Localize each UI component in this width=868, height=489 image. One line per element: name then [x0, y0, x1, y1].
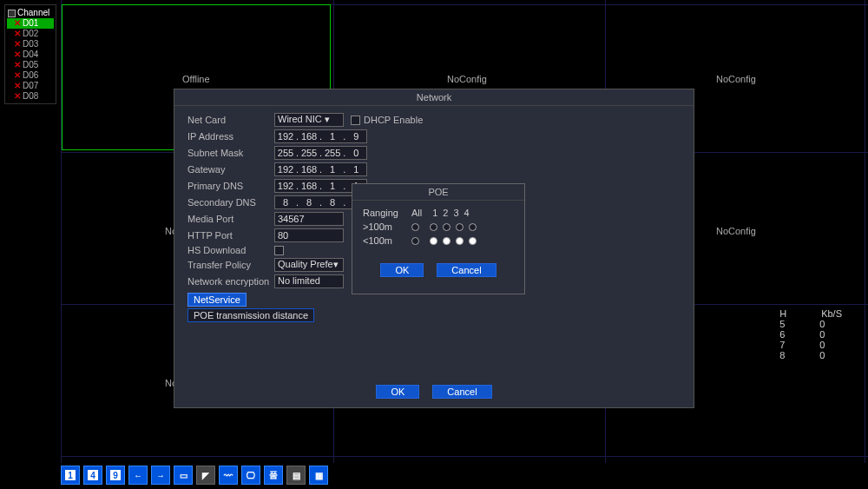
sidebar-header: Channel [7, 7, 54, 18]
ptz-button[interactable]: ◤ [196, 466, 215, 485]
prev-button[interactable]: ← [128, 466, 148, 485]
view-4-button[interactable]: 4 [83, 466, 102, 485]
network-ok-button[interactable]: OK [376, 385, 419, 399]
disk-button[interactable]: ▤ [286, 466, 306, 485]
label-netenc: Network encryption [187, 276, 274, 287]
label-ip: IP Address [187, 131, 274, 142]
taskbar: 1 4 9 ← → ▭ ◤ 〰 🖵 품 ▤ ▦ [61, 465, 328, 486]
dhcp-checkbox[interactable] [351, 116, 360, 125]
channel-item-d07[interactable]: ✕D07 [7, 81, 54, 91]
radio-lt100-all[interactable] [411, 237, 419, 245]
x-icon: ✕ [14, 91, 21, 102]
poe-title: POE [352, 184, 524, 201]
x-icon: ✕ [14, 18, 21, 29]
http-port-input[interactable] [274, 228, 344, 242]
netservice-link[interactable]: NetService [187, 293, 247, 307]
monitor-button[interactable]: 🖵 [241, 466, 260, 485]
network-icon: 품 [269, 469, 278, 481]
channel-item-d08[interactable]: ✕D08 [7, 91, 54, 102]
graph-button[interactable]: 〰 [219, 466, 238, 485]
view-9-button[interactable]: 9 [106, 466, 125, 485]
poe-distance-link[interactable]: POE transmission distance [187, 308, 314, 322]
disk-icon: ▤ [293, 471, 300, 480]
label-pdns: Primary DNS [187, 181, 274, 191]
label-media: Media Port [187, 214, 274, 224]
x-icon: ✕ [14, 70, 21, 81]
label-offline: Offline [182, 74, 210, 84]
label-hsdl: HS Download [187, 245, 274, 255]
x-icon: ✕ [14, 60, 21, 70]
channel-sidebar: Channel ✕D01 ✕D02 ✕D03 ✕D04 ✕D05 ✕D06 ✕D… [4, 4, 56, 104]
x-icon: ✕ [14, 50, 21, 60]
radio-gt100-1[interactable] [430, 223, 437, 231]
channel-item-d06[interactable]: ✕D06 [7, 70, 54, 81]
poe-ok-button[interactable]: OK [380, 263, 424, 277]
label-noconfig: NoConfig [716, 74, 756, 84]
radio-gt100-all[interactable] [411, 223, 419, 231]
x-icon: ✕ [14, 39, 21, 50]
radio-gt100-4[interactable] [469, 223, 477, 231]
gateway-input[interactable]: 192. 168. 1. 1 [274, 162, 367, 176]
channel-item-d01[interactable]: ✕D01 [7, 18, 54, 29]
network-title: Network [174, 89, 694, 106]
channel-item-d04[interactable]: ✕D04 [7, 50, 54, 60]
stats-panel: HKb/S 50 60 70 80 [779, 308, 842, 360]
channel-item-d02[interactable]: ✕D02 [7, 29, 54, 39]
netcard-select[interactable]: Wired NIC ▾ [274, 113, 344, 127]
label-lt100: <100m [363, 235, 406, 246]
network-button[interactable]: 품 [264, 466, 283, 485]
arrow-right-icon: → [156, 471, 165, 480]
fullscreen-button[interactable]: ▭ [174, 466, 193, 485]
label-noconfig: NoConfig [447, 74, 487, 84]
label-netcard: Net Card [187, 115, 274, 125]
grid-icon: ▦ [315, 471, 323, 480]
subnet-input[interactable]: 255. 255. 255. 0 [274, 146, 367, 160]
network-cancel-button[interactable]: Cancel [432, 385, 491, 399]
network-encryption-select[interactable]: No limited [274, 274, 344, 288]
monitor-icon: 🖵 [247, 471, 255, 480]
media-port-input[interactable] [274, 212, 344, 226]
radio-lt100-1[interactable] [430, 237, 437, 245]
graph-icon: 〰 [224, 471, 233, 480]
radio-lt100-3[interactable] [456, 237, 464, 245]
label-noconfig: NoConfig [716, 226, 756, 236]
arrow-left-icon: ← [134, 471, 142, 480]
x-icon: ✕ [14, 29, 21, 39]
grid-button[interactable]: ▦ [309, 466, 328, 485]
label-transfer: Transfer Policy [187, 260, 274, 270]
next-button[interactable]: → [151, 466, 170, 485]
fullscreen-icon: ▭ [180, 471, 187, 480]
channel-item-d05[interactable]: ✕D05 [7, 60, 54, 70]
view-1-button[interactable]: 1 [61, 466, 80, 485]
label-subnet: Subnet Mask [187, 148, 274, 158]
hs-download-checkbox[interactable] [274, 246, 284, 255]
ip-input[interactable]: 192. 168. 1. 9 [274, 129, 367, 143]
label-gt100: >100m [363, 221, 406, 232]
label-sdns: Secondary DNS [187, 197, 274, 208]
label-http: HTTP Port [187, 230, 274, 241]
label-ranging: Ranging [363, 208, 406, 218]
poe-cancel-button[interactable]: Cancel [437, 263, 496, 277]
x-icon: ✕ [14, 81, 21, 91]
radio-gt100-2[interactable] [443, 223, 450, 231]
channel-item-d03[interactable]: ✕D03 [7, 39, 54, 50]
radio-lt100-4[interactable] [469, 237, 477, 245]
poe-dialog: POE Ranging All 1 2 3 4 >100m <100m OK [352, 183, 525, 294]
transfer-policy-select[interactable]: Quality Prefe▾ [274, 258, 344, 272]
label-dhcp: DHCP Enable [364, 115, 423, 125]
ptz-icon: ◤ [202, 471, 209, 480]
radio-gt100-3[interactable] [456, 223, 464, 231]
radio-lt100-2[interactable] [443, 237, 450, 245]
label-gateway: Gateway [187, 164, 274, 175]
